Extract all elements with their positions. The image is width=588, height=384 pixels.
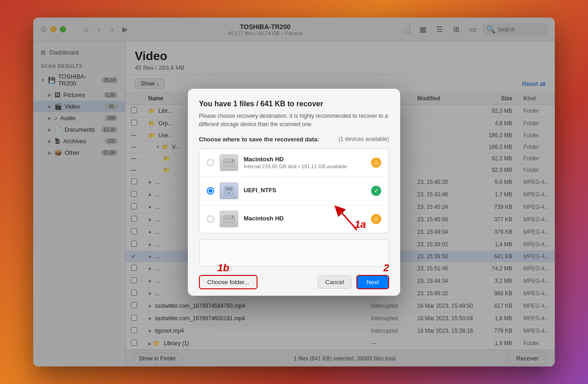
svg-rect-4 <box>226 188 232 190</box>
svg-rect-7 <box>223 218 234 219</box>
device-macintosh-hd-1[interactable]: Macintosh HD Internal 239,85 GB disk • 1… <box>199 149 389 177</box>
modal-footer: Choose folder... 1b Cancel Next 2 <box>188 268 400 296</box>
choose-label-text: Choose where to save the recovered data: <box>199 136 319 143</box>
modal-title: You have 1 files / 641 KB to recover <box>199 100 389 108</box>
warning-icon-1: ⚠ <box>371 158 381 168</box>
hdd-icon-1 <box>220 154 238 171</box>
modal-description: Please choose recovery destination. It i… <box>199 112 389 128</box>
svg-rect-1 <box>223 162 234 163</box>
device-uefi-ntfs[interactable]: UEFI_NTFS ✓ <box>199 177 389 205</box>
device-macintosh-hd-2[interactable]: Macintosh HD ⚠ <box>199 205 389 233</box>
modal-choose-label: Choose where to save the recovered data:… <box>199 136 389 143</box>
modal-overlay: You have 1 files / 641 KB to recover Ple… <box>33 18 555 366</box>
hdd-icon-2 <box>220 211 238 227</box>
warning-icon-2: ⚠ <box>371 214 381 224</box>
choose-folder-button[interactable]: Choose folder... <box>199 275 258 289</box>
device-radio-mhd1[interactable] <box>207 159 214 166</box>
svg-point-2 <box>232 159 234 161</box>
modal-body: You have 1 files / 641 KB to recover Ple… <box>188 89 400 268</box>
device-info-uefi: UEFI_NTFS <box>244 187 366 195</box>
cancel-button[interactable]: Cancel <box>318 275 352 289</box>
device-radio-uefi[interactable] <box>207 187 214 195</box>
device-radio-mhd2[interactable] <box>207 215 214 223</box>
device-desc-mhd1: Internal 239,85 GB disk • 191,11 GB avai… <box>244 164 366 169</box>
modal-textarea[interactable] <box>199 239 389 267</box>
device-name-mhd2: Macintosh HD <box>244 215 366 222</box>
device-name-uefi: UEFI_NTFS <box>244 187 366 194</box>
ok-icon: ✓ <box>371 186 381 196</box>
device-info-mhd1: Macintosh HD Internal 239,85 GB disk • 1… <box>244 156 366 169</box>
svg-point-5 <box>228 192 230 194</box>
devices-count: (1 devices available) <box>339 136 389 142</box>
svg-point-8 <box>232 216 234 218</box>
modal-actions: Cancel Next 2 <box>318 275 389 289</box>
device-list: Macintosh HD Internal 239,85 GB disk • 1… <box>199 148 389 233</box>
next-button[interactable]: Next <box>356 275 389 289</box>
recovery-modal: You have 1 files / 641 KB to recover Ple… <box>188 89 400 296</box>
device-info-mhd2: Macintosh HD <box>244 215 366 223</box>
usb-icon <box>220 183 238 199</box>
device-name-mhd1: Macintosh HD <box>244 156 366 163</box>
